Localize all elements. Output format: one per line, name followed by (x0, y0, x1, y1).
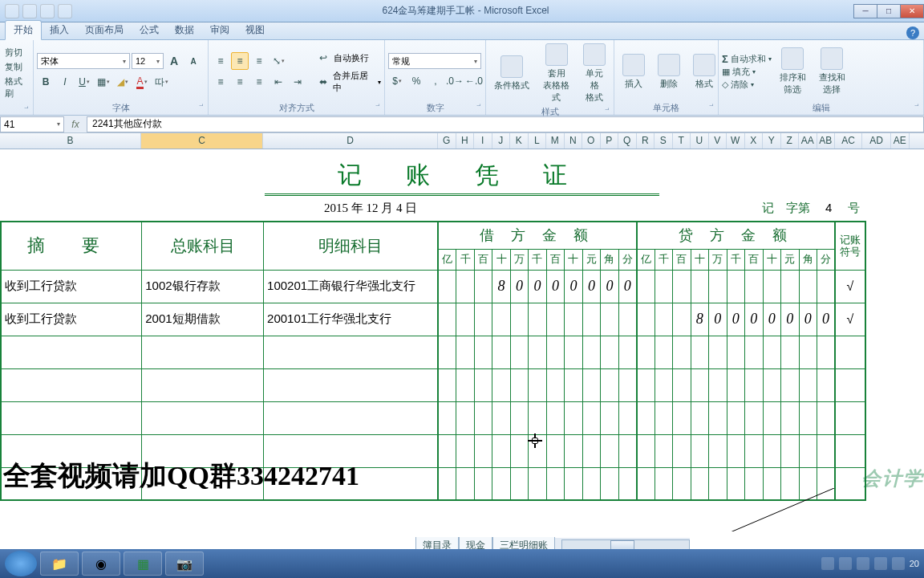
taskbar-app[interactable]: 📷 (165, 552, 204, 576)
font-color-button[interactable]: A▾ (133, 73, 151, 91)
undo-icon[interactable] (22, 4, 37, 18)
name-box[interactable]: 41▾ (0, 116, 64, 132)
cell-debit-digit[interactable] (529, 336, 546, 368)
cell-debit-digit[interactable] (565, 434, 582, 467)
cell-debit-digit[interactable] (438, 336, 456, 368)
save-icon[interactable] (5, 4, 19, 18)
phonetic-button[interactable]: 따▾ (152, 73, 170, 91)
cell-credit-digit[interactable] (637, 336, 654, 368)
cell-credit-digit[interactable] (763, 401, 780, 434)
cell-summary[interactable] (1, 368, 142, 401)
cell-credit-digit[interactable] (799, 368, 817, 401)
cell-debit-digit[interactable] (601, 368, 618, 401)
cell-debit-digit[interactable] (438, 467, 456, 500)
cell-debit-digit[interactable] (546, 434, 564, 467)
cell-gl[interactable] (142, 336, 264, 368)
cell-mark[interactable] (835, 336, 865, 368)
underline-button[interactable]: U▾ (75, 73, 93, 91)
cell-credit-digit[interactable] (673, 303, 691, 336)
cell-debit-digit[interactable]: 0 (510, 270, 528, 303)
col-header-B[interactable]: B (0, 133, 141, 149)
format-cells-button[interactable]: 格式 (688, 52, 720, 92)
cell-debit-digit[interactable] (618, 434, 636, 467)
col-header-V[interactable]: V (709, 133, 727, 149)
autosum-button[interactable]: 自动求和 (731, 53, 766, 65)
border-button[interactable]: ▦▾ (95, 73, 112, 91)
cell-debit-digit[interactable] (438, 434, 456, 467)
cell-credit-digit[interactable]: 0 (799, 303, 817, 336)
decrease-decimal-button[interactable]: ←.0 (465, 72, 483, 90)
cell-debit-digit[interactable] (474, 401, 492, 434)
find-select-button[interactable]: 查找和 选择 (814, 46, 850, 97)
cell-summary[interactable] (1, 401, 142, 434)
cell-credit-digit[interactable] (727, 368, 744, 401)
cell-credit-digit[interactable] (745, 401, 763, 434)
cell-credit-digit[interactable] (745, 336, 763, 368)
cell-debit-digit[interactable] (474, 467, 492, 500)
insert-cells-button[interactable]: 插入 (618, 52, 650, 92)
cell-credit-digit[interactable] (673, 270, 691, 303)
cell-credit-digit[interactable] (799, 336, 817, 368)
cell-credit-digit[interactable] (781, 434, 799, 467)
col-header-AA[interactable]: AA (799, 133, 817, 149)
col-header-J[interactable]: J (492, 133, 511, 149)
cell-debit-digit[interactable] (565, 467, 582, 500)
cell-credit-digit[interactable] (799, 270, 817, 303)
table-row[interactable] (1, 401, 865, 434)
cell-credit-digit[interactable] (691, 434, 708, 467)
col-header-AE[interactable]: AE (891, 133, 910, 149)
col-header-L[interactable]: L (529, 133, 547, 149)
align-left-button[interactable]: ≡ (212, 73, 229, 91)
col-header-P[interactable]: P (601, 133, 619, 149)
col-header-N[interactable]: N (565, 133, 583, 149)
cell-credit-digit[interactable]: 0 (745, 303, 763, 336)
cell-summary[interactable] (1, 336, 142, 368)
cell-debit-digit[interactable] (474, 270, 492, 303)
col-header-O[interactable]: O (582, 133, 601, 149)
cell-mark[interactable] (835, 434, 865, 467)
col-header-H[interactable]: H (456, 133, 475, 149)
cell-debit-digit[interactable] (474, 434, 492, 467)
cell-credit-digit[interactable] (673, 467, 691, 500)
cell-credit-digit[interactable] (654, 434, 672, 467)
fill-color-button[interactable]: ◢▾ (114, 73, 132, 91)
cell-credit-digit[interactable] (691, 368, 708, 401)
cell-credit-digit[interactable] (691, 336, 708, 368)
cell-credit-digit[interactable] (763, 336, 780, 368)
cell-debit-digit[interactable] (529, 401, 546, 434)
cell-credit-digit[interactable] (817, 401, 834, 434)
cell-summary[interactable]: 收到工行贷款 (1, 270, 142, 303)
font-name-combo[interactable]: 宋体▾ (37, 53, 130, 69)
tab-formula[interactable]: 公式 (132, 21, 167, 39)
cell-debit-digit[interactable] (618, 303, 636, 336)
close-button[interactable]: ✕ (900, 4, 924, 18)
cell-debit-digit[interactable] (474, 303, 492, 336)
cell-credit-digit[interactable] (727, 270, 744, 303)
fx-icon[interactable]: fx (64, 119, 87, 130)
tab-layout[interactable]: 页面布局 (77, 21, 132, 39)
number-format-combo[interactable]: 常规▾ (388, 53, 481, 69)
col-header-T[interactable]: T (673, 133, 691, 149)
cell-credit-digit[interactable] (691, 467, 708, 500)
col-header-X[interactable]: X (745, 133, 764, 149)
taskbar-explorer[interactable]: 📁 (40, 552, 79, 576)
cell-debit-digit[interactable] (582, 434, 600, 467)
cell-credit-digit[interactable] (763, 467, 780, 500)
cell-debit-digit[interactable] (456, 401, 474, 434)
cell-debit-digit[interactable] (456, 303, 474, 336)
cell-debit-digit[interactable] (565, 336, 582, 368)
tray-icon[interactable] (857, 557, 869, 570)
cell-credit-digit[interactable] (781, 336, 799, 368)
cell-debit-digit[interactable] (474, 336, 492, 368)
cell-debit-digit[interactable] (492, 368, 510, 401)
tab-data[interactable]: 数据 (167, 21, 202, 39)
cell-credit-digit[interactable]: 8 (691, 303, 708, 336)
cell-summary[interactable]: 收到工行贷款 (1, 303, 142, 336)
cell-debit-digit[interactable] (529, 303, 546, 336)
table-row[interactable]: 收到工行贷款1002银行存款100201工商银行华强北支行80000000√ (1, 270, 865, 303)
table-row[interactable] (1, 336, 865, 368)
cell-debit-digit[interactable]: 0 (582, 270, 600, 303)
shrink-font-button[interactable]: A (184, 52, 202, 70)
delete-cells-button[interactable]: 删除 (653, 52, 685, 92)
cell-credit-digit[interactable]: 0 (781, 303, 799, 336)
